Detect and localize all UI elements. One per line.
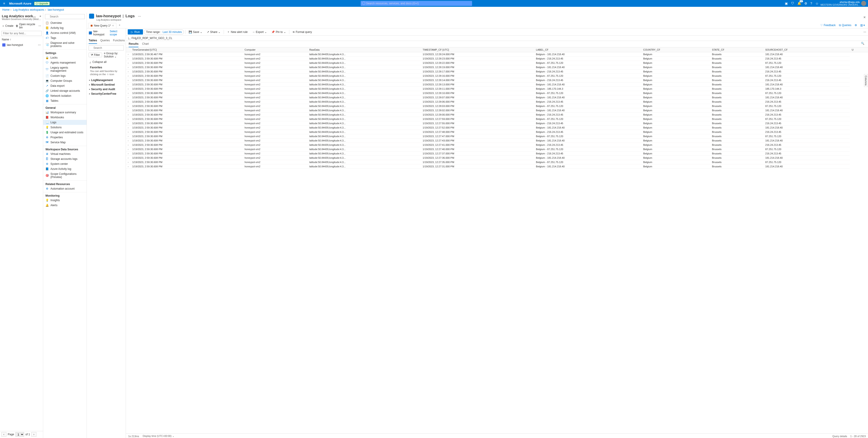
layout-icon[interactable]: ▥ ▾ [860,24,865,27]
column-header[interactable]: SOURCEHOST_CF [764,47,850,52]
menu-item-computer-groups[interactable]: 💻Computer Groups [43,78,87,83]
menu-item-workbooks[interactable]: 📕Workbooks [43,115,87,120]
column-header[interactable]: RawData [308,47,421,52]
table-row[interactable]: ›1/19/2023, 2:59:30.608 PMhoneypot-vm2la… [126,82,868,87]
column-header[interactable]: U [850,47,868,52]
recycle-button[interactable]: 🗑 Open recycle bin [16,23,36,29]
menu-item-logs[interactable]: 📃Logs [43,120,87,125]
menu-item-azure-activity-log[interactable]: 📘Azure Activity log [43,166,87,171]
run-button[interactable]: ▷ Run [128,29,143,35]
table-row[interactable]: ›1/19/2023, 2:59:30.608 PMhoneypot-vm2la… [126,100,868,104]
save-button[interactable]: 💾 Save ⌄ [187,30,204,34]
menu-icon[interactable]: ≡ [2,2,6,5]
create-button[interactable]: ＋ Create [2,23,13,29]
table-row[interactable]: ›1/19/2023, 2:59:30.608 PMhoneypot-vm2la… [126,113,868,117]
menu-item-agents-management[interactable]: 🛡Agents management [43,60,87,65]
expand-icon[interactable]: › [126,65,130,69]
collapse-all-link[interactable]: ┌ Collapse all [87,60,126,65]
expand-icon[interactable]: › [126,104,130,108]
table-row[interactable]: ›1/19/2023, 2:59:30.608 PMhoneypot-vm2la… [126,164,868,169]
table-row[interactable]: ›1/19/2023, 2:59:30.608 PMhoneypot-vm2la… [126,147,868,151]
table-row[interactable]: ›1/19/2023, 2:59:30.608 PMhoneypot-vm2la… [126,138,868,143]
expand-icon[interactable]: › [126,95,130,100]
tables-search-input[interactable] [89,45,124,50]
menu-item-insights[interactable]: 💡Insights [43,198,87,203]
table-row[interactable]: ›1/19/2023, 2:59:30.608 PMhoneypot-vm2la… [126,143,868,147]
page-select[interactable]: 1 [16,432,24,437]
menu-item-usage-and-estimated-costs[interactable]: 💲Usage and estimated costs [43,130,87,135]
table-row[interactable]: ›1/19/2023, 2:59:30.608 PMhoneypot-vm2la… [126,57,868,61]
select-scope-link[interactable]: Select scope [110,30,124,36]
table-row[interactable]: ›1/19/2023, 2:59:30.608 PMhoneypot-vm2la… [126,91,868,95]
collapse-pane-icon[interactable]: « [134,37,137,44]
menu-item-tags[interactable]: 🏷Tags [43,35,87,40]
time-range-button[interactable]: Time range : Last 30 minutes [144,30,184,35]
feedback-link[interactable]: ♡ Feedback [820,24,836,27]
menu-item-solutions[interactable]: 💡Solutions [43,125,87,130]
more-icon[interactable]: ⋯ [38,43,41,46]
expand-icon[interactable]: › [126,69,130,74]
upgrade-button[interactable]: ⬡ Upgrade [34,2,50,5]
status-display-time[interactable]: Display time (UTC+00:00) ⌄ [143,435,174,438]
table-row[interactable]: ›1/19/2023, 2:59:30.608 PMhoneypot-vm2la… [126,160,868,164]
menu-item-virtual-machines[interactable]: 🖥Virtual machines [43,151,87,157]
more-icon[interactable]: ⋯ [128,37,131,44]
expand-icon[interactable]: › [126,160,130,164]
tab-tables[interactable]: Tables [89,37,97,44]
menu-item-automation-account[interactable]: ⚙Automation account [43,186,87,191]
expand-icon[interactable]: › [126,138,130,143]
table-row[interactable]: ›1/19/2023, 2:59:30.608 PMhoneypot-vm2la… [126,151,868,156]
menu-item-tables[interactable]: ▦Tables [43,98,87,103]
menu-item-properties[interactable]: ⚙Properties [43,135,87,140]
close-icon[interactable]: × [863,15,866,20]
table-row[interactable]: ›1/19/2023, 2:59:30.467 PMhoneypot-vm2la… [126,52,868,57]
directories-icon[interactable]: ⛉ [791,2,794,5]
help-icon[interactable]: ? [810,2,812,5]
expand-icon[interactable]: › [126,87,130,91]
menu-item-system-center[interactable]: ⚙System center [43,162,87,166]
new-alert-button[interactable]: ＋ New alert rule [225,29,249,35]
tab-functions[interactable]: Functions [113,37,125,44]
settings-icon[interactable]: ⚙ [804,2,807,5]
breadcrumb-home[interactable]: Home [2,8,9,11]
table-row[interactable]: ›1/19/2023, 2:59:30.608 PMhoneypot-vm2la… [126,74,868,78]
close-tab-icon[interactable]: × [112,24,114,27]
menu-item-scope-configurations-preview-[interactable]: 🎯Scope Configurations (Preview) [43,171,87,179]
menu-item-service-map[interactable]: 🗺Service Map [43,140,87,145]
tab-queries[interactable]: Queries [100,37,110,44]
cloud-shell-icon[interactable]: ▣ [785,2,788,5]
breadcrumb-workspaces[interactable]: Log Analytics workspaces [13,8,44,11]
format-button[interactable]: ≋ Format query [291,30,314,34]
queries-link[interactable]: ⧉ Queries [839,24,851,27]
tree-item[interactable]: ▸ Microsoft Sentinel [87,82,126,87]
expand-icon[interactable]: › [126,108,130,113]
more-icon[interactable]: ⋯ [136,14,141,18]
tree-item[interactable]: ▸ LogManagement [87,78,126,82]
menu-item-storage-accounts-logs[interactable]: 🗄Storage accounts logs [43,157,87,162]
avatar[interactable] [861,1,866,6]
table-row[interactable]: ›1/19/2023, 2:59:30.608 PMhoneypot-vm2la… [126,104,868,108]
menu-item-activity-log[interactable]: 📒Activity log [43,26,87,30]
expand-icon[interactable]: › [126,134,130,138]
notifications-icon[interactable]: 🔔 [797,2,801,5]
export-button[interactable]: → Export ⌄ [250,30,269,34]
expand-icon[interactable]: › [126,156,130,160]
query-details-link[interactable]: Query details [832,435,847,438]
column-header[interactable]: Computer [243,47,308,52]
expand-icon[interactable]: › [126,61,130,65]
more-icon[interactable]: ⋯ [864,30,866,34]
columns-tab[interactable]: Columns [864,74,868,87]
table-row[interactable]: ›1/19/2023, 2:59:30.608 PMhoneypot-vm2la… [126,117,868,121]
table-row[interactable]: ›1/19/2023, 2:59:30.608 PMhoneypot-vm2la… [126,65,868,69]
menu-item-data-export[interactable]: ↗Data export [43,83,87,88]
column-header[interactable]: TIMESTAMP_CF [UTC] [421,47,534,52]
menu-item-access-control-iam-[interactable]: 👤Access control (IAM) [43,30,87,35]
menu-item-network-isolation[interactable]: 🌐Network isolation [43,93,87,98]
expand-icon[interactable]: › [126,151,130,156]
expand-icon[interactable]: › [126,91,130,95]
expand-icon[interactable]: › [126,113,130,117]
more-icon[interactable]: ⋯ [38,23,41,29]
column-header[interactable]: STATE_CF [710,47,764,52]
collapse-icon[interactable]: « [39,14,41,18]
workspace-item[interactable]: law-honeypot ⋯ [1,42,42,47]
